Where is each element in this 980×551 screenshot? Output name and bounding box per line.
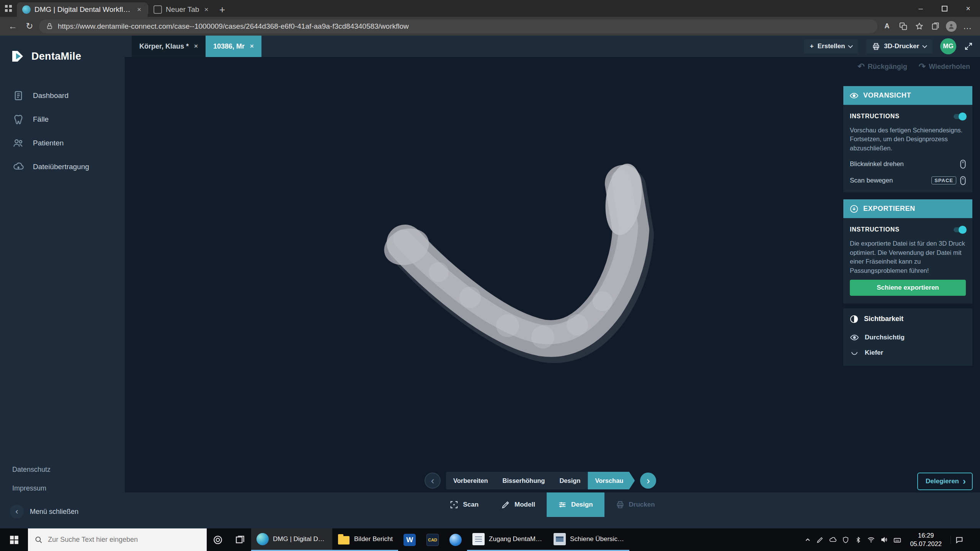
keyboard-tray-icon[interactable] xyxy=(893,536,901,544)
new-tab-button[interactable]: + xyxy=(215,2,230,17)
printer-label: 3D-Drucker xyxy=(884,42,919,50)
back-icon[interactable]: ← xyxy=(5,19,20,34)
menu-close-button[interactable]: ‹ Menü schließen xyxy=(0,498,125,518)
maximize-button[interactable] xyxy=(933,0,956,17)
tab-actions-icon[interactable] xyxy=(0,0,17,17)
redo-label: Wiederholen xyxy=(929,63,970,71)
step-next-button[interactable]: › xyxy=(640,473,656,489)
fullscreen-icon[interactable] xyxy=(964,42,973,51)
tab-close-icon[interactable]: × xyxy=(203,5,209,14)
browser-tab-dmg[interactable]: DMG | Digital Dental Workflow P × xyxy=(17,2,148,17)
taskbar-app-edge[interactable]: DMG | Digital Dent... xyxy=(251,528,332,551)
taskbar-app-zugang[interactable]: Zugang DentaMile.... xyxy=(467,528,548,551)
undo-button[interactable]: ↶ Rückgängig xyxy=(858,62,907,72)
sidebar-item-patienten[interactable]: Patienten xyxy=(0,131,125,155)
printer-dropdown[interactable]: 3D-Drucker xyxy=(866,39,933,54)
jaw-toggle-row[interactable]: Kiefer xyxy=(843,345,972,360)
search-input[interactable] xyxy=(48,536,200,544)
delegate-button[interactable]: Delegieren › xyxy=(917,473,973,490)
taskbar-app-folder[interactable]: Bilder Bericht xyxy=(332,528,398,551)
taskbar-app-label: Bilder Bericht xyxy=(354,535,393,543)
close-button[interactable]: × xyxy=(956,0,980,17)
tab-design[interactable]: Design xyxy=(547,492,604,517)
instructions-toggle[interactable] xyxy=(954,227,966,232)
minimize-button[interactable]: – xyxy=(909,0,933,17)
notepad-icon xyxy=(472,533,485,545)
taskbar-clock[interactable]: 16:29 05.07.2022 xyxy=(907,531,945,548)
case-close-icon[interactable]: × xyxy=(250,42,254,50)
taskbar-app-schiene[interactable]: Schiene Übersicht S... xyxy=(548,528,629,551)
shield-tray-icon[interactable] xyxy=(842,536,849,543)
step-vorbereiten[interactable]: Vorbereiten xyxy=(446,472,495,489)
chevron-right-icon: › xyxy=(963,476,966,487)
download-icon xyxy=(850,205,858,213)
tab-label: Design xyxy=(571,501,593,509)
step-bisserhoehung[interactable]: Bisserhöhung xyxy=(495,472,552,489)
sidebar-item-faelle[interactable]: Fälle xyxy=(0,108,125,131)
translate-icon[interactable] xyxy=(896,19,910,34)
move-hint-row: Scan bewegen SPACE xyxy=(850,172,966,189)
start-button[interactable] xyxy=(0,528,28,551)
cortana-button[interactable] xyxy=(207,528,229,551)
browser-menu-icon[interactable]: … xyxy=(960,19,975,34)
export-splint-button[interactable]: Schiene exportieren xyxy=(850,280,966,296)
redo-button[interactable]: ↷ Wiederholen xyxy=(919,62,970,72)
pen-tray-icon[interactable] xyxy=(817,536,823,543)
right-panel: VORANSICHT INSTRUCTIONS Vorschau des fer… xyxy=(843,86,972,366)
address-bar[interactable]: https://www.dentamile-connect.com/case--… xyxy=(39,20,877,33)
rotate-label: Blickwinkel drehen xyxy=(850,160,904,168)
preview-section-header[interactable]: VORANSICHT xyxy=(843,86,972,105)
taskbar-app-sphere[interactable] xyxy=(444,528,467,551)
case-tab-10386[interactable]: 10386, Mr × xyxy=(206,36,261,57)
brand-logo-icon xyxy=(10,49,25,64)
create-button[interactable]: + Erstellen xyxy=(804,39,859,54)
hidden-icons-chevron[interactable] xyxy=(805,537,811,543)
step-design[interactable]: Design xyxy=(552,472,588,489)
url-text[interactable]: https://www.dentamile-connect.com/case--… xyxy=(58,22,409,31)
task-view-button[interactable] xyxy=(229,528,251,551)
site-info-icon[interactable] xyxy=(46,23,53,30)
tab-title: DMG | Digital Dental Workflow P xyxy=(34,5,132,14)
instructions-toggle[interactable] xyxy=(954,114,966,119)
browser-tab-new[interactable]: Neuer Tab × xyxy=(148,2,215,17)
taskbar-search[interactable] xyxy=(28,528,207,551)
profile-avatar[interactable] xyxy=(944,19,959,34)
action-center-button[interactable] xyxy=(951,536,967,544)
app-header: Körper, Klaus * × 10386, Mr × + Erstelle… xyxy=(125,36,980,57)
tab-scan[interactable]: Scan xyxy=(438,492,490,517)
user-avatar[interactable]: MG xyxy=(940,38,956,54)
privacy-link[interactable]: Datenschutz xyxy=(0,460,125,479)
sidebar-item-dateiuebertragung[interactable]: Dateiübertragung xyxy=(0,155,125,179)
volume-tray-icon[interactable] xyxy=(880,536,888,543)
case-close-icon[interactable]: × xyxy=(194,42,198,50)
case-tab-koerper[interactable]: Körper, Klaus * × xyxy=(132,36,206,57)
taskbar-app-cad[interactable]: CAD xyxy=(421,528,444,551)
export-description: Die exportierte Datei ist für den 3D Dru… xyxy=(850,239,966,275)
favorites-icon[interactable] xyxy=(912,19,926,34)
network-tray-icon[interactable] xyxy=(867,536,875,543)
bluetooth-tray-icon[interactable] xyxy=(855,536,862,543)
taskbar-app-word[interactable]: W xyxy=(398,528,421,551)
tab-drucken[interactable]: Drucken xyxy=(604,492,666,517)
step-prev-button[interactable]: ‹ xyxy=(425,473,441,489)
undo-icon: ↶ xyxy=(858,62,864,72)
mode-tabs: Scan Modell Design xyxy=(125,492,980,517)
export-section-body: INSTRUCTIONS Die exportierte Datei ist f… xyxy=(843,218,972,303)
collections-icon[interactable] xyxy=(928,19,942,34)
refresh-icon[interactable]: ↻ xyxy=(22,19,37,34)
tab-close-icon[interactable]: × xyxy=(136,5,142,14)
patients-icon xyxy=(12,138,24,148)
mouse-icon xyxy=(960,160,966,169)
sidebar-item-dashboard[interactable]: Dashboard xyxy=(0,84,125,108)
bottom-bar: Scan Modell Design xyxy=(125,492,980,528)
imprint-link[interactable]: Impressum xyxy=(0,479,125,498)
cloud-tray-icon[interactable] xyxy=(829,536,836,543)
tab-modell[interactable]: Modell xyxy=(490,492,547,517)
step-vorschau[interactable]: Vorschau xyxy=(588,472,635,489)
tab-label: Modell xyxy=(514,501,535,509)
read-aloud-icon[interactable]: A xyxy=(880,19,894,34)
transparent-toggle-row[interactable]: Durchsichtig xyxy=(843,330,972,345)
create-label: Erstellen xyxy=(818,42,845,50)
export-section-header[interactable]: EXPORTIEREN xyxy=(843,199,972,218)
cloud-transfer-icon xyxy=(12,161,24,172)
